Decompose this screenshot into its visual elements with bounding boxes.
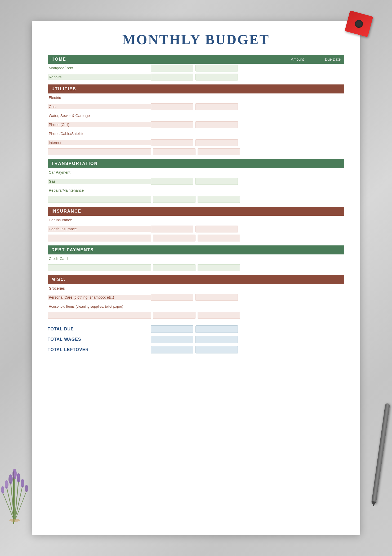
home-header: HOME Amount Due Date [48,55,344,64]
row-repairs-maint: Repairs/Maintenance [48,186,344,195]
section-home: HOME Amount Due Date Mortgage/Rent Repai… [48,55,344,81]
row-electric: Electric [48,93,344,102]
row-label-repairs: Repairs [48,74,151,80]
svg-point-12 [1,486,4,494]
svg-point-14 [10,476,11,478]
input-health-insurance-amount[interactable] [151,226,193,232]
section-misc: MISC. Groceries Personal Care (clothing,… [48,275,344,320]
total-wages-label: TOTAL WAGES [48,337,151,342]
row-personal-care: Personal Care (clothing, shampoo: etc.) [48,293,344,302]
row-label-mortgage: Mortgage/Rent [48,66,151,70]
svg-point-16 [18,475,19,477]
utilities-title: UTILITIES [51,87,76,91]
input-total-wages-amount[interactable] [151,336,193,343]
row-label-internet: Internet [48,140,151,145]
row-debt-blank [48,263,344,272]
svg-line-3 [7,487,15,522]
input-gas-util-amount[interactable] [151,103,193,110]
section-debt: DEBT PAYMENTS Credit Card [48,245,344,272]
section-utilities: UTILITIES Electric Gas Water, Sewer & Ga… [48,84,344,156]
input-personal-care-due[interactable] [195,294,238,301]
debt-title: DEBT PAYMENTS [51,248,94,252]
input-health-insurance-due[interactable] [195,226,238,232]
row-label-repairs-maint: Repairs/Maintenance [48,188,151,192]
input-phone-cell-due[interactable] [195,121,238,128]
input-personal-care-amount[interactable] [151,294,193,301]
row-water: Water, Sewer & Garbage [48,111,344,120]
svg-line-0 [11,482,15,522]
row-trans-blank [48,195,344,204]
row-util-blank [48,147,344,156]
section-transportation: TRANSPORTATION Car Payment Gas Repairs/M… [48,159,344,204]
input-internet-amount[interactable] [151,139,193,146]
row-repairs: Repairs [48,73,344,81]
input-misc-blank-label[interactable] [48,312,151,319]
row-internet: Internet [48,138,344,147]
row-label-electric: Electric [48,96,151,100]
total-due-label: TOTAL DUE [48,327,151,331]
svg-point-13 [25,485,28,492]
input-gas-trans-due[interactable] [195,178,238,185]
input-trans-blank-label[interactable] [48,196,151,203]
home-title: HOME [51,57,66,62]
input-util-blank-due[interactable] [198,148,240,155]
budget-paper: MONTHLY BUDGET HOME Amount Due Date Mort… [32,21,360,535]
row-label-cable: Phone/Cable/Satellite [48,132,151,136]
input-debt-blank-due[interactable] [198,264,240,271]
input-misc-blank-amount[interactable] [153,312,195,319]
home-due-col: Due Date [325,57,341,61]
row-label-gas-trans: Gas [48,179,151,184]
svg-line-2 [15,481,19,522]
input-gas-trans-amount[interactable] [151,178,193,185]
svg-point-11 [21,479,24,487]
debt-header: DEBT PAYMENTS [48,245,344,254]
svg-point-8 [12,469,17,479]
totals-section: TOTAL DUE TOTAL WAGES TOTAL LEFTOVER [48,324,344,355]
input-misc-blank-due[interactable] [198,312,240,319]
input-trans-blank-amount[interactable] [153,196,195,203]
row-car-insurance: Car Insurance [48,216,344,224]
input-ins-blank-label[interactable] [48,235,151,241]
home-amount-col: Amount [291,57,304,61]
row-car-payment: Car Payment [48,168,344,177]
input-total-leftover-date[interactable] [195,346,238,353]
input-util-blank-amount[interactable] [153,148,195,155]
row-label-health-insurance: Health Insurance [48,226,151,232]
row-mortgage: Mortgage/Rent [48,64,344,72]
input-mortgage-due[interactable] [195,65,238,71]
input-total-due-date[interactable] [195,325,238,333]
misc-title: MISC. [51,277,66,282]
row-label-car-payment: Car Payment [48,170,151,174]
input-total-leftover-amount[interactable] [151,346,193,353]
row-credit-card: Credit Card [48,254,344,263]
input-ins-blank-due[interactable] [198,235,240,241]
input-mortgage-amount[interactable] [151,65,193,71]
input-debt-blank-label[interactable] [48,264,151,271]
svg-point-7 [8,474,13,484]
insurance-title: INSURANCE [51,209,81,214]
input-total-due-amount[interactable] [151,325,193,333]
input-debt-blank-amount[interactable] [153,264,195,271]
misc-header: MISC. [48,275,344,284]
input-trans-blank-due[interactable] [198,196,240,203]
row-groceries: Groceries [48,284,344,293]
row-total-wages: TOTAL WAGES [48,335,344,344]
input-repairs-due[interactable] [195,74,238,80]
row-total-due: TOTAL DUE [48,324,344,334]
row-cable: Phone/Cable/Satellite [48,129,344,138]
section-insurance: INSURANCE Car Insurance Health Insurance [48,207,344,242]
input-ins-blank-amount[interactable] [153,235,195,241]
input-internet-due[interactable] [195,139,238,146]
row-label-household: Household Items (cleaning supplies, toil… [48,304,151,308]
row-label-phone-cell: Phone (Cell) [48,122,151,127]
input-phone-cell-amount[interactable] [151,121,193,128]
input-total-wages-date[interactable] [195,336,238,343]
row-label-gas-util: Gas [48,104,151,109]
row-phone-cell: Phone (Cell) [48,120,344,129]
page-title: MONTHLY BUDGET [48,32,344,47]
input-util-blank-label[interactable] [48,148,151,155]
row-health-insurance: Health Insurance [48,225,344,233]
input-gas-util-due[interactable] [195,103,238,110]
lavender-decoration [0,450,37,524]
input-repairs-amount[interactable] [151,74,193,80]
